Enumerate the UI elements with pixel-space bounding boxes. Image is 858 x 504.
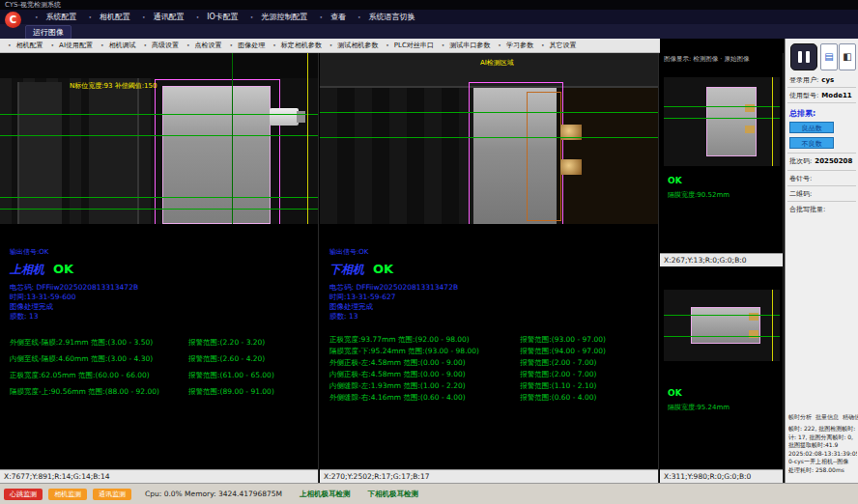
camera-monitor-badge[interactable]: 相机监测 xyxy=(48,489,87,500)
upper-camera-detect-label: 上相机极耳检测 xyxy=(300,490,351,499)
divider xyxy=(787,87,856,88)
stats-tab[interactable]: 批量信息 xyxy=(815,413,839,422)
part-connector xyxy=(270,108,299,126)
measurement-value: 内侧缝隙-左:1.93mm 范围:(1.00 - 2.20) xyxy=(329,380,520,392)
measure-line-overlay xyxy=(664,118,780,119)
measurement-row: 内侧缝隙-左:1.93mm 范围:(1.00 - 2.20) 报警范围:(1.1… xyxy=(329,380,658,392)
measurement-row: 外侧缝隙-右:4.16mm 范围:(0.60 - 4.00) 报警范围:(0.6… xyxy=(329,392,658,404)
toolbar-item[interactable]: 测试串口参数 xyxy=(438,41,495,50)
menu-item[interactable]: 系统语言切换 xyxy=(352,12,421,22)
calibration-line-overlay xyxy=(307,53,308,224)
comm-monitor-badge[interactable]: 通讯监测 xyxy=(93,489,131,500)
title-bar: CYS-视觉检测系统 xyxy=(0,0,858,10)
film-count-line: 膜数: 13 xyxy=(10,312,318,322)
login-user-value: cys xyxy=(821,76,834,84)
camera-status-ok: OK xyxy=(53,262,73,276)
cursor-coordinates-aux-1: X:267;Y:13;R:0;G:0;B:0 xyxy=(660,253,783,266)
aux-camera-image-2[interactable] xyxy=(664,290,780,361)
aux-status-ok: OK xyxy=(668,176,682,185)
toolbar-item[interactable]: 其它设置 xyxy=(537,41,581,50)
cpu-memory-status: Cpu: 0.0% Memory: 3424.41796875M xyxy=(145,490,282,498)
camera-image-lower[interactable]: AI检测区域 xyxy=(320,53,658,224)
measurement-value: 内侧正极-右:4.58mm 范围:(0.00 - 9.00) xyxy=(329,369,520,380)
tab-highlight-region xyxy=(745,126,755,133)
pause-button[interactable] xyxy=(790,43,817,70)
divider xyxy=(787,153,856,154)
stats-log-line: 0-cys一开上相机--图像 xyxy=(788,458,857,466)
merge-batch-label: 合批写批量: xyxy=(789,206,825,213)
model-value: Mode11 xyxy=(821,92,851,99)
app-title: CYS-视觉检测系统 xyxy=(5,1,61,9)
toolbar-item[interactable]: 图像处理 xyxy=(226,41,270,50)
measure-line-overlay xyxy=(664,315,780,316)
toolbar-item[interactable]: 学习参数 xyxy=(494,41,537,50)
measure-line-overlay xyxy=(664,336,780,337)
part-connector-tip xyxy=(297,111,305,123)
toolbar-item[interactable]: AI使用配置 xyxy=(47,41,97,50)
menu-item[interactable]: 查看 xyxy=(313,12,352,22)
calibration-line-overlay xyxy=(772,290,773,361)
counter-box-bad: 不良数 xyxy=(789,137,834,149)
toolbar-item[interactable]: 测试相机参数 xyxy=(326,41,383,50)
aux-camera-image-1[interactable] xyxy=(664,77,780,166)
menu-item[interactable]: 通讯配置 xyxy=(136,12,190,22)
camera-image-upper[interactable]: N标位宽度:93 补偿阈值:150 xyxy=(0,53,318,224)
measurement-row: 外侧正极-左:4.58mm 范围:(0.00 - 9.00) 报警范围:(2.0… xyxy=(329,357,658,369)
measurement-row: 外侧至线-隔膜:2.91mm 范围:(3.00 - 3.50) 报警范围:(2.… xyxy=(10,334,318,350)
output-signal-line: 输出信号:OK xyxy=(329,247,658,257)
toolbar-item[interactable]: 高级设置 xyxy=(140,41,184,50)
app-logo-icon: C xyxy=(5,12,21,28)
lower-camera-detect-label: 下相机极耳检测 xyxy=(368,490,419,499)
measurement-alarm-range: 报警范围:(2.00 - 7.00) xyxy=(520,369,658,380)
app-window: CYS-视觉检测系统 系统配置 相机配置 通讯配置 IO卡配置 光源控制配置 查… xyxy=(0,0,858,504)
aux-camera-column: 图像显示: 检测图像 · 原始图像 OK 隔膜宽度:90.52mm X:267;… xyxy=(660,53,784,483)
time-line: 时间:13-31-59-627 xyxy=(329,293,658,302)
menu-item[interactable]: 系统配置 xyxy=(29,12,83,22)
toolbar-item[interactable]: PLC对丝串口 xyxy=(382,41,438,50)
login-user-field: 登录用户:cys xyxy=(789,75,834,85)
user-icon-button[interactable]: ▤ xyxy=(820,43,838,70)
toolbar-item[interactable]: 标定相机参数 xyxy=(269,41,326,50)
batch-code-field: 批次码:20250208 xyxy=(789,156,852,166)
toolbar-item-list: 相机配置 AI使用配置 相机调试 高级设置 点检设置 图像处理 标定相机参数 测… xyxy=(0,39,660,52)
status-bar: 心跳监测 相机监测 通讯监测 Cpu: 0.0% Memory: 3424.41… xyxy=(0,483,858,504)
measurement-alarm-range: 报警范围:(2.00 - 7.00) xyxy=(520,357,658,369)
measurement-alarm-range: 报警范围:(2.20 - 3.20) xyxy=(188,334,318,350)
measurement-row: 正极宽度:93.77mm 范围:(92.00 - 98.00) 报警范围:(93… xyxy=(329,334,658,346)
stats-tab[interactable]: 帧时分析 xyxy=(788,413,812,422)
roi-rectangle-overlay xyxy=(155,79,280,224)
merge-batch-field: 合批写批量: xyxy=(789,205,825,214)
measurement-value: 隔膜宽度-下:95.24mm 范围:(93.00 - 98.00) xyxy=(329,346,520,357)
toolbar-item[interactable]: 点检设置 xyxy=(183,41,226,50)
stats-tab[interactable]: 精确信息 xyxy=(843,413,858,422)
menu-item[interactable]: 光源控制配置 xyxy=(244,12,314,22)
menu-bar: 系统配置 相机配置 通讯配置 IO卡配置 光源控制配置 查看 系统语言切换 xyxy=(0,10,858,24)
measurement-row: 隔膜宽度-上:90.56mm 范围:(88.00 - 92.00) 报警范围:(… xyxy=(10,383,318,400)
heartbeat-monitor-badge[interactable]: 心跳监测 xyxy=(4,489,43,500)
machine-block xyxy=(17,82,62,224)
menu-item[interactable]: IO卡配置 xyxy=(190,12,244,22)
divider xyxy=(787,185,856,186)
measurement-row: 正极宽度:62.05mm 范围:(60.00 - 66.00) 报警范围:(61… xyxy=(10,367,318,383)
calibration-line-overlay xyxy=(772,77,773,166)
total-count-label: 总排累: xyxy=(789,108,815,119)
measurement-row: 内侧正极-右:4.58mm 范围:(0.00 - 9.00) 报警范围:(2.0… xyxy=(329,369,658,380)
measurement-row: 内侧至线-隔膜:4.60mm 范围:(3.00 - 4.30) 报警范围:(2.… xyxy=(10,350,318,367)
measurement-alarm-range: 报警范围:(2.60 - 4.20) xyxy=(188,350,318,367)
qr-code-label: 二维码: xyxy=(789,190,812,198)
stats-tab-list: 帧时分析 批量信息 精确信息 xyxy=(788,413,858,422)
measurement-alarm-range: 报警范围:(93.00 - 97.00) xyxy=(520,334,658,346)
measurement-alarm-range: 报警范围:(94.00 - 97.00) xyxy=(520,346,658,357)
machine-block xyxy=(558,88,658,224)
tab-highlight-region xyxy=(560,159,582,175)
overlay-ai-region-text: AI检测区域 xyxy=(480,58,514,68)
measurement-alarm-range: 报警范围:(1.10 - 2.10) xyxy=(520,380,658,392)
toolbar-item[interactable]: 相机配置 xyxy=(4,41,47,50)
menu-item[interactable]: 相机配置 xyxy=(83,12,137,22)
toolbar: 相机配置 AI使用配置 相机调试 高级设置 点检设置 图像处理 标定相机参数 测… xyxy=(0,39,660,53)
measure-line-overlay xyxy=(664,106,780,107)
tab-run-image[interactable]: 运行图像 xyxy=(25,25,72,40)
toolbar-item[interactable]: 相机调试 xyxy=(97,41,140,50)
camera-icon-button[interactable]: ◧ xyxy=(839,43,856,70)
tab-row: 运行图像 xyxy=(0,24,858,39)
